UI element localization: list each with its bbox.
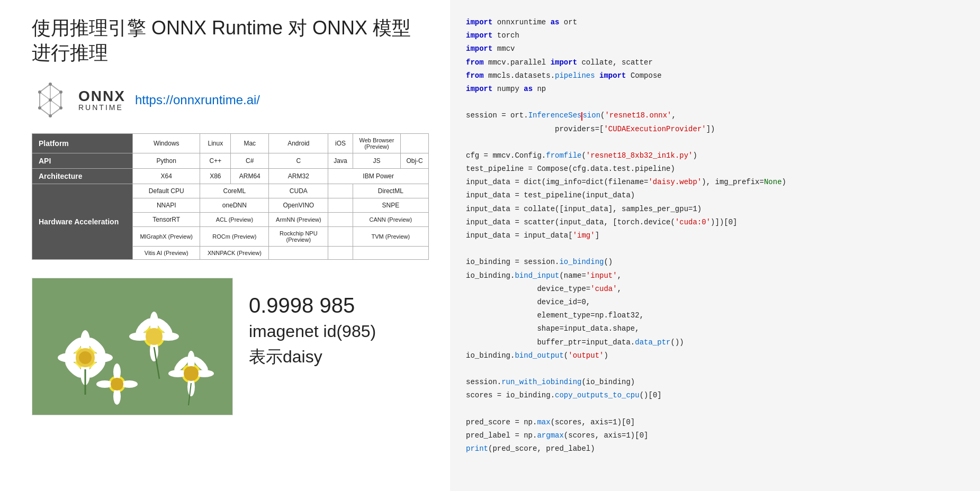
cell-empty7 xyxy=(328,246,353,259)
table-row-arch: Architecture X64 X86 ARM64 ARM32 IBM Pow… xyxy=(32,168,429,184)
cell-android: Android xyxy=(269,133,328,153)
cell-cpp: C++ xyxy=(200,153,231,168)
cell-java: Java xyxy=(328,153,353,168)
result-label: 表示daisy xyxy=(249,345,376,369)
svg-point-47 xyxy=(111,378,123,390)
cell-tvm: TVM (Preview) xyxy=(353,226,428,246)
cell-c: C xyxy=(269,153,328,168)
cell-empty5 xyxy=(328,226,353,246)
svg-point-38 xyxy=(184,366,199,381)
cell-empty6 xyxy=(269,246,328,259)
cell-ibmpower: IBM Power xyxy=(328,168,429,184)
svg-point-10 xyxy=(49,98,52,102)
cell-cuda: CUDA xyxy=(269,184,328,198)
cell-snpe: SNPE xyxy=(353,198,428,212)
svg-point-30 xyxy=(146,328,163,345)
cell-directml: DirectML xyxy=(353,184,428,198)
table-row-api: API Python C++ C# C Java JS Obj-C xyxy=(32,153,429,168)
daisy-image-icon xyxy=(32,278,233,415)
cell-empty8 xyxy=(353,246,428,259)
cell-mac: Mac xyxy=(231,133,269,153)
onnx-name: ONNX xyxy=(78,89,125,104)
result-imagenet: imagenet id(985) xyxy=(249,322,376,341)
svg-rect-11 xyxy=(32,278,233,415)
table-row-platform: Platform Windows Linux Mac Android iOS W… xyxy=(32,133,429,153)
cell-arm64: ARM64 xyxy=(231,168,269,184)
cell-acl: ACL (Preview) xyxy=(200,212,269,226)
svg-point-22 xyxy=(79,351,92,364)
left-panel: 使用推理引擎 ONNX Runtime 对 ONNX 模型进行推理 ONNX R… xyxy=(0,0,450,491)
cell-cann: CANN (Preview) xyxy=(353,212,428,226)
cell-webbrowser: Web Browser(Preview) xyxy=(353,133,401,153)
bottom-section: 0.9998 985 imagenet id(985) 表示daisy xyxy=(32,278,429,415)
code-block: import onnxruntime as ort import torch i… xyxy=(466,16,964,456)
row-header-hardware: Hardware Acceleration xyxy=(32,184,133,259)
cell-empty1 xyxy=(401,133,429,153)
cell-js: JS xyxy=(353,153,401,168)
main-container: 使用推理引擎 ONNX Runtime 对 ONNX 模型进行推理 ONNX R… xyxy=(0,0,980,491)
cell-onednn: oneDNN xyxy=(200,198,269,212)
cell-x64: X64 xyxy=(133,168,200,184)
cell-tensorrt: TensorRT xyxy=(133,212,200,226)
cell-windows: Windows xyxy=(133,133,200,153)
cell-python: Python xyxy=(133,153,200,168)
cell-nnapi: NNAPI xyxy=(133,198,200,212)
cell-rocm: ROCm (Preview) xyxy=(200,226,269,246)
svg-point-6 xyxy=(59,106,62,110)
logo-area: ONNX RUNTIME https://onnxruntime.ai/ xyxy=(32,81,429,119)
cell-rockchip: Rockchip NPU(Preview) xyxy=(269,226,328,246)
row-header-platform: Platform xyxy=(32,133,133,153)
cell-defaultcpu: Default CPU xyxy=(133,184,200,198)
cell-migraphx: MIGraphX (Preview) xyxy=(133,226,200,246)
cell-armnn: ArmNN (Preview) xyxy=(269,212,328,226)
cell-x86: X86 xyxy=(200,168,231,184)
svg-point-9 xyxy=(38,90,41,94)
result-info: 0.9998 985 imagenet id(985) 表示daisy xyxy=(249,278,376,369)
cell-objc: Obj-C xyxy=(401,153,429,168)
svg-point-7 xyxy=(49,114,52,117)
page-title: 使用推理引擎 ONNX Runtime 对 ONNX 模型进行推理 xyxy=(32,16,429,66)
cell-coreml: CoreML xyxy=(200,184,269,198)
cell-vitisai: Vitis AI (Preview) xyxy=(133,246,200,259)
cell-empty4 xyxy=(328,212,353,226)
cell-empty3 xyxy=(328,198,353,212)
onnx-logo-icon xyxy=(32,81,69,119)
right-panel: import onnxruntime as ort import torch i… xyxy=(450,0,980,491)
cell-xnnpack: XNNPACK (Preview) xyxy=(200,246,269,259)
compat-table: Platform Windows Linux Mac Android iOS W… xyxy=(32,133,429,260)
svg-point-8 xyxy=(38,106,41,110)
onnx-brand-text: ONNX RUNTIME xyxy=(78,89,125,111)
result-score: 0.9998 985 xyxy=(249,294,376,317)
cell-arm32: ARM32 xyxy=(269,168,328,184)
cell-linux: Linux xyxy=(200,133,231,153)
onnx-sub: RUNTIME xyxy=(78,104,125,111)
cell-csharp: C# xyxy=(231,153,269,168)
flower-image xyxy=(32,278,233,415)
onnx-link[interactable]: https://onnxruntime.ai/ xyxy=(135,93,260,107)
table-row-hw1: Hardware Acceleration Default CPU CoreML… xyxy=(32,184,429,198)
row-header-api: API xyxy=(32,153,133,168)
cell-openvino: OpenVINO xyxy=(269,198,328,212)
row-header-arch: Architecture xyxy=(32,168,133,184)
cell-ios: iOS xyxy=(328,133,353,153)
cell-empty2 xyxy=(328,184,353,198)
svg-point-4 xyxy=(49,83,52,86)
svg-point-5 xyxy=(59,90,62,94)
